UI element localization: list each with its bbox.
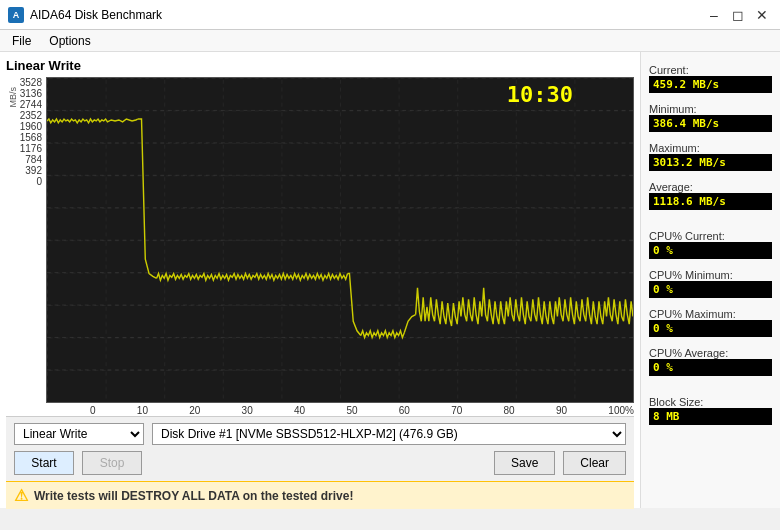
right-panel: Current: 459.2 MB/s Minimum: 386.4 MB/s … bbox=[640, 52, 780, 508]
cpu-current-label: CPU% Current: bbox=[649, 230, 772, 242]
y-label-4: 1960 bbox=[20, 121, 42, 132]
average-label: Average: bbox=[649, 181, 772, 193]
title-bar-left: A AIDA64 Disk Benchmark bbox=[8, 7, 162, 23]
y-label-9: 0 bbox=[36, 176, 42, 187]
y-label-1: 3136 bbox=[20, 88, 42, 99]
control-row-1: Linear Write Disk Drive #1 [NVMe SBSSD51… bbox=[14, 423, 626, 445]
current-label: Current: bbox=[649, 64, 772, 76]
x-label-7: 70 bbox=[451, 405, 462, 416]
title-bar: A AIDA64 Disk Benchmark – ◻ ✕ bbox=[0, 0, 780, 30]
cpu-minimum-label: CPU% Minimum: bbox=[649, 269, 772, 281]
stat-maximum: Maximum: 3013.2 MB/s bbox=[649, 138, 772, 171]
title-bar-controls: – ◻ ✕ bbox=[704, 5, 772, 25]
warning-text: Write tests will DESTROY ALL DATA on the… bbox=[34, 489, 353, 503]
x-label-1: 10 bbox=[137, 405, 148, 416]
x-label-4: 40 bbox=[294, 405, 305, 416]
maximum-label: Maximum: bbox=[649, 142, 772, 154]
stop-button[interactable]: Stop bbox=[82, 451, 142, 475]
chart-area: 10:30 bbox=[46, 77, 634, 403]
stat-average: Average: 1118.6 MB/s bbox=[649, 177, 772, 210]
menu-options[interactable]: Options bbox=[41, 32, 98, 49]
maximum-value: 3013.2 MB/s bbox=[649, 154, 772, 171]
stat-current: Current: 459.2 MB/s bbox=[649, 60, 772, 93]
save-button[interactable]: Save bbox=[494, 451, 555, 475]
average-value: 1118.6 MB/s bbox=[649, 193, 772, 210]
y-label-8: 392 bbox=[25, 165, 42, 176]
content-area: Linear Write MB/s 3528 3136 2744 2352 19… bbox=[0, 52, 780, 508]
cpu-minimum-value: 0 % bbox=[649, 281, 772, 298]
main-panel: Linear Write MB/s 3528 3136 2744 2352 19… bbox=[0, 52, 640, 508]
y-label-7: 784 bbox=[25, 154, 42, 165]
warning-bar: ⚠ Write tests will DESTROY ALL DATA on t… bbox=[6, 481, 634, 509]
stat-minimum: Minimum: 386.4 MB/s bbox=[649, 99, 772, 132]
y-label-3: 2352 bbox=[20, 110, 42, 121]
y-label-5: 1568 bbox=[20, 132, 42, 143]
menu-file[interactable]: File bbox=[4, 32, 39, 49]
maximize-button[interactable]: ◻ bbox=[728, 5, 748, 25]
bottom-controls: Linear Write Disk Drive #1 [NVMe SBSSD51… bbox=[6, 416, 634, 481]
chart-wrapper: MB/s 3528 3136 2744 2352 1960 1568 1176 … bbox=[6, 77, 634, 416]
y-label-6: 1176 bbox=[20, 143, 42, 154]
stat-cpu-current: CPU% Current: 0 % bbox=[649, 226, 772, 259]
stat-cpu-average: CPU% Average: 0 % bbox=[649, 343, 772, 376]
x-label-5: 50 bbox=[346, 405, 357, 416]
close-button[interactable]: ✕ bbox=[752, 5, 772, 25]
x-label-6: 60 bbox=[399, 405, 410, 416]
menu-bar: File Options bbox=[0, 30, 780, 52]
chart-title: Linear Write bbox=[6, 58, 634, 73]
x-label-10: 100% bbox=[608, 405, 634, 416]
cpu-maximum-label: CPU% Maximum: bbox=[649, 308, 772, 320]
stat-block-size: Block Size: 8 MB bbox=[649, 392, 772, 425]
stat-cpu-minimum: CPU% Minimum: 0 % bbox=[649, 265, 772, 298]
x-axis: 0 10 20 30 40 50 60 70 80 90 100% bbox=[46, 403, 634, 416]
control-row-2: Start Stop Save Clear bbox=[14, 451, 626, 475]
window-title: AIDA64 Disk Benchmark bbox=[30, 8, 162, 22]
svg-rect-1 bbox=[47, 78, 633, 402]
x-label-2: 20 bbox=[189, 405, 200, 416]
warning-icon: ⚠ bbox=[14, 486, 28, 505]
block-size-value: 8 MB bbox=[649, 408, 772, 425]
x-label-3: 30 bbox=[242, 405, 253, 416]
cpu-maximum-value: 0 % bbox=[649, 320, 772, 337]
chart-svg bbox=[47, 78, 633, 402]
y-label-2: 2744 bbox=[20, 99, 42, 110]
stat-cpu-maximum: CPU% Maximum: 0 % bbox=[649, 304, 772, 337]
test-type-select[interactable]: Linear Write bbox=[14, 423, 144, 445]
start-button[interactable]: Start bbox=[14, 451, 74, 475]
disk-select[interactable]: Disk Drive #1 [NVMe SBSSD512-HLXP-M2] (4… bbox=[152, 423, 626, 445]
cpu-current-value: 0 % bbox=[649, 242, 772, 259]
cpu-average-label: CPU% Average: bbox=[649, 347, 772, 359]
x-label-8: 80 bbox=[504, 405, 515, 416]
current-value: 459.2 MB/s bbox=[649, 76, 772, 93]
cpu-average-value: 0 % bbox=[649, 359, 772, 376]
app-icon: A bbox=[8, 7, 24, 23]
clear-button[interactable]: Clear bbox=[563, 451, 626, 475]
minimum-label: Minimum: bbox=[649, 103, 772, 115]
block-size-label: Block Size: bbox=[649, 396, 772, 408]
x-label-0: 0 bbox=[90, 405, 96, 416]
x-label-9: 90 bbox=[556, 405, 567, 416]
y-label-0: 3528 bbox=[20, 77, 42, 88]
minimize-button[interactable]: – bbox=[704, 5, 724, 25]
y-axis-unit: MB/s bbox=[8, 87, 18, 108]
time-display: 10:30 bbox=[507, 82, 573, 107]
minimum-value: 386.4 MB/s bbox=[649, 115, 772, 132]
